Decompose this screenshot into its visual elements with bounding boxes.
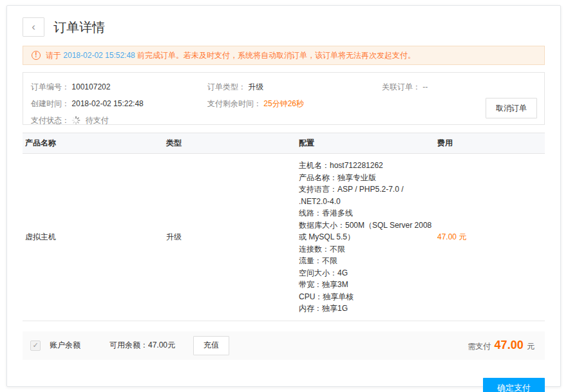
config-product: 产品名称：独享专业版 [299, 172, 435, 184]
column-header-config: 配置 [296, 138, 435, 149]
payment-method-row: ✓ 账户余额 可用余额：47.00元 充值 需支付 47.00 元 [23, 331, 545, 360]
recharge-button[interactable]: 充值 [193, 336, 229, 355]
order-info-panel: 订单编号： 100107202 订单类型： 升级 关联订单： -- 创建时间： … [23, 72, 545, 125]
config-line: 线路：香港多线 [299, 207, 435, 219]
config-traffic: 流量：不限 [299, 255, 435, 267]
config-languages: 支持语言：ASP / PHP5.2-7.0 / .NET2.0-4.0 [299, 183, 435, 207]
column-header-cost: 费用 [435, 138, 545, 149]
table-header-row: 产品名称 类型 配置 费用 [23, 133, 545, 154]
column-header-product: 产品名称 [23, 138, 164, 149]
related-order-field: 关联订单： -- [382, 79, 536, 95]
confirm-pay-button[interactable]: 确定支付 [483, 378, 545, 392]
page-header: ‹ 订单详情 [23, 17, 545, 37]
page-title: 订单详情 [53, 19, 105, 36]
balance-checkbox[interactable]: ✓ [30, 341, 41, 351]
loading-spinner-icon [71, 116, 80, 125]
config-cell: 主机名：host712281262 产品名称：独享专业版 支持语言：ASP / … [296, 160, 435, 315]
deadline-warning-banner: ! 请于 2018-02-02 15:52:48 前完成订单。若未及时支付，系统… [23, 46, 545, 65]
config-connections: 连接数：不限 [299, 243, 435, 256]
order-detail-card: ‹ 订单详情 ! 请于 2018-02-02 15:52:48 前完成订单。若未… [6, 5, 561, 387]
cost-cell: 47.00 元 [435, 232, 545, 243]
warning-prefix: 请于 [46, 51, 63, 60]
config-cpu: CPU：独享单核 [299, 291, 435, 303]
payment-status-label: 支付状态： [31, 116, 70, 125]
amount-due-label: 需支付 [468, 342, 491, 351]
deadline-datetime: 2018-02-02 15:52:48 [63, 51, 135, 60]
order-type-label: 订单类型： [207, 82, 246, 91]
chevron-left-icon: ‹ [32, 21, 35, 33]
payment-method-label: 账户余额 [50, 340, 80, 351]
warning-suffix: 前完成订单。若未及时支付，系统将自动取消订单，该订单将无法再次发起支付。 [135, 51, 415, 60]
column-header-type: 类型 [164, 138, 296, 149]
remaining-time-field: 支付剩余时间： 25分钟26秒 [207, 95, 382, 112]
order-number-field: 订单编号： 100107202 [31, 79, 207, 95]
amount-due: 需支付 47.00 元 [468, 339, 535, 352]
order-type-field: 订单类型： 升级 [207, 79, 382, 95]
check-icon: ✓ [32, 341, 38, 350]
related-order-value: -- [422, 82, 428, 91]
order-items-table: 产品名称 类型 配置 费用 虚拟主机 升级 主机名：host712281262 … [23, 133, 545, 321]
related-order-label: 关联订单： [382, 82, 421, 91]
table-row: 虚拟主机 升级 主机名：host712281262 产品名称：独享专业版 支持语… [23, 154, 545, 321]
remaining-time-label: 支付剩余时间： [207, 99, 261, 108]
payment-status-value: 待支付 [86, 116, 109, 125]
config-hostname: 主机名：host712281262 [299, 160, 435, 172]
cancel-order-button[interactable]: 取消订单 [486, 98, 537, 118]
order-type-value: 升级 [248, 82, 263, 91]
order-info-grid: 订单编号： 100107202 订单类型： 升级 关联订单： -- 创建时间： … [31, 79, 536, 129]
warning-icon: ! [32, 51, 41, 60]
config-database: 数据库大小：500M（SQL Server 2008 或 MySQL 5.5） [299, 219, 435, 243]
warning-text: 请于 2018-02-02 15:52:48 前完成订单。若未及时支付，系统将自… [46, 50, 415, 61]
remaining-time-value: 25分钟26秒 [263, 99, 304, 108]
created-time-field: 创建时间： 2018-02-02 15:22:48 [31, 95, 207, 112]
config-memory: 内存：独享1G [299, 303, 435, 315]
created-time-value: 2018-02-02 15:22:48 [71, 99, 143, 108]
footer-actions: 确定支付 [23, 378, 545, 392]
order-number-value: 100107202 [71, 82, 110, 91]
amount-due-unit: 元 [527, 342, 535, 351]
order-number-label: 订单编号： [31, 82, 70, 91]
back-button[interactable]: ‹ [23, 17, 44, 37]
available-balance-label: 可用余额：47.00元 [109, 340, 175, 351]
config-disk: 空间大小：4G [299, 267, 435, 279]
order-type-cell: 升级 [164, 232, 296, 243]
config-bandwidth: 带宽：独享3M [299, 279, 435, 291]
product-name-cell: 虚拟主机 [23, 232, 164, 243]
created-time-label: 创建时间： [31, 99, 70, 108]
amount-due-value: 47.00 [495, 339, 524, 351]
payment-status-field: 支付状态： 待支付 [31, 112, 207, 129]
